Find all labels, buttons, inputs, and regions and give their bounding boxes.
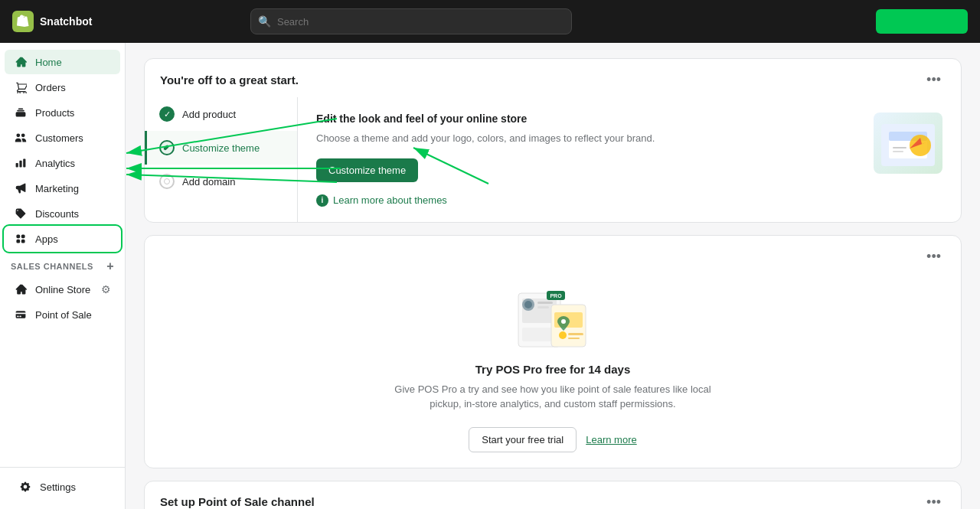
sidebar-item-products[interactable]: Products [5, 100, 120, 125]
customers-icon [14, 131, 28, 145]
brand: Snatchbot [12, 11, 92, 32]
point-of-sale-icon [14, 308, 28, 321]
pos-pro-actions: Start your free trial Learn more [160, 427, 946, 452]
sidebar-item-marketing-label: Marketing [35, 183, 79, 194]
setup-step-heading: Edit the look and feel of your online st… [316, 113, 858, 125]
svg-rect-12 [537, 306, 549, 308]
svg-point-18 [559, 331, 567, 339]
marketing-icon [14, 181, 28, 195]
sidebar-item-products-label: Products [35, 107, 74, 119]
sidebar-item-settings[interactable]: Settings [9, 475, 116, 499]
svg-rect-11 [537, 302, 553, 304]
setup-card-menu-button[interactable]: ••• [922, 71, 946, 88]
svg-point-10 [524, 301, 532, 308]
sidebar-item-pos-label: Point of Sale [35, 309, 92, 321]
setup-card-header: You're off to a great start. ••• [145, 59, 961, 97]
setup-step-description: Choose a theme and add your logo, colors… [316, 131, 858, 146]
setup-step-add-domain-label: Add domain [182, 176, 235, 188]
sales-channels-label: SALES CHANNELS [11, 262, 93, 271]
brand-name: Snatchbot [40, 15, 92, 28]
sidebar: Home Orders Products Customers [0, 43, 126, 509]
shopify-logo-icon [12, 11, 34, 32]
setup-card-title: You're off to a great start. [160, 73, 299, 86]
topbar: Snatchbot 🔍 [0, 0, 980, 43]
sidebar-item-apps[interactable]: Apps [5, 227, 120, 251]
online-store-settings-icon[interactable]: ⚙ [101, 283, 111, 295]
setup-step-add-domain[interactable]: Add domain [145, 165, 297, 198]
topbar-actions [876, 9, 968, 34]
svg-rect-5 [893, 147, 906, 148]
pos-pro-card: ••• PRO [144, 235, 962, 468]
pos-pro-card-body: PRO Try POS Pro free for 14 days Give PO… [145, 274, 961, 468]
sidebar-item-online-store[interactable]: Online Store ⚙ [5, 277, 120, 302]
search-bar: 🔍 [250, 8, 572, 34]
customize-theme-button[interactable]: Customize theme [316, 158, 418, 182]
setup-step-text: Edit the look and feel of your online st… [316, 113, 858, 207]
add-sales-channel-icon[interactable]: + [106, 259, 114, 273]
pos-pro-card-menu-button[interactable]: ••• [922, 248, 946, 265]
learn-more-themes-link[interactable]: i Learn more about themes [316, 194, 858, 207]
search-input[interactable] [250, 8, 572, 34]
learn-more-themes-label: Learn more about themes [333, 194, 447, 206]
step-check-add-product: ✓ [159, 106, 175, 122]
setup-step-customize-theme[interactable]: Customize theme [145, 131, 297, 165]
online-store-icon [14, 282, 28, 296]
orders-icon [14, 80, 28, 94]
setup-step-add-product-label: Add product [182, 109, 236, 120]
pos-setup-card: Set up Point of Sale channel ••• Start s… [144, 481, 962, 510]
sidebar-item-customers-label: Customers [35, 132, 83, 144]
sidebar-item-orders[interactable]: Orders [5, 75, 120, 100]
svg-text:PRO: PRO [550, 293, 562, 299]
sidebar-item-home[interactable]: Home [5, 50, 120, 74]
store-preview-illustration [874, 113, 942, 174]
setup-step-customize-theme-label: Customize theme [182, 142, 260, 154]
sidebar-item-orders-label: Orders [35, 82, 66, 93]
pos-learn-more-button[interactable]: Learn more [586, 434, 636, 445]
setup-steps: ✓ Add product Customize theme Add doma [145, 97, 961, 222]
sidebar-item-discounts[interactable]: Discounts [5, 201, 120, 226]
sidebar-bottom: Settings [0, 467, 125, 509]
svg-point-0 [165, 179, 170, 184]
sidebar-item-analytics[interactable]: Analytics [5, 151, 120, 175]
setup-step-content: Edit the look and feel of your online st… [298, 97, 961, 222]
apps-icon [14, 232, 28, 246]
topbar-action-button[interactable] [876, 9, 968, 34]
sidebar-item-settings-label: Settings [40, 481, 76, 493]
sidebar-item-point-of-sale[interactable]: Point of Sale [5, 302, 120, 327]
sidebar-item-home-label: Home [35, 57, 62, 68]
sidebar-item-customers[interactable]: Customers [5, 126, 120, 150]
pos-setup-card-menu-button[interactable]: ••• [922, 494, 946, 510]
products-icon [14, 106, 28, 119]
svg-rect-6 [893, 151, 903, 152]
sidebar-nav: Home Orders Products Customers [0, 43, 125, 467]
setup-steps-sidebar: ✓ Add product Customize theme Add doma [145, 97, 298, 222]
pos-pro-card-header: ••• [145, 236, 961, 274]
pos-setup-card-header: Set up Point of Sale channel ••• [145, 481, 961, 510]
pos-pro-description: Give POS Pro a try and see how you like … [392, 382, 714, 412]
sidebar-item-discounts-label: Discounts [35, 208, 79, 220]
sidebar-item-apps-label: Apps [35, 233, 58, 245]
svg-rect-20 [568, 338, 580, 339]
analytics-icon [14, 156, 28, 170]
setup-step-add-product[interactable]: ✓ Add product [145, 97, 297, 131]
home-icon [14, 55, 28, 69]
pos-pro-illustration: PRO [514, 289, 591, 351]
sales-channels-header: SALES CHANNELS + [0, 252, 125, 276]
sidebar-item-marketing[interactable]: Marketing [5, 176, 120, 201]
discounts-icon [14, 207, 28, 220]
search-icon: 🔍 [258, 15, 271, 28]
step-check-add-domain [159, 174, 175, 189]
svg-point-21 [561, 319, 566, 324]
pos-setup-card-title: Set up Point of Sale channel [160, 495, 315, 508]
pos-pro-title: Try POS Pro free for 14 days [160, 363, 946, 376]
settings-icon [18, 480, 32, 494]
svg-rect-19 [568, 333, 583, 335]
main-content: You're off to a great start. ••• ✓ Add p… [126, 43, 980, 509]
step-check-customize-theme [159, 140, 175, 155]
setup-card: You're off to a great start. ••• ✓ Add p… [144, 58, 962, 223]
start-trial-button[interactable]: Start your free trial [469, 427, 577, 452]
sidebar-item-analytics-label: Analytics [35, 158, 75, 169]
sidebar-item-online-store-label: Online Store [35, 284, 90, 295]
info-icon: i [316, 194, 328, 207]
